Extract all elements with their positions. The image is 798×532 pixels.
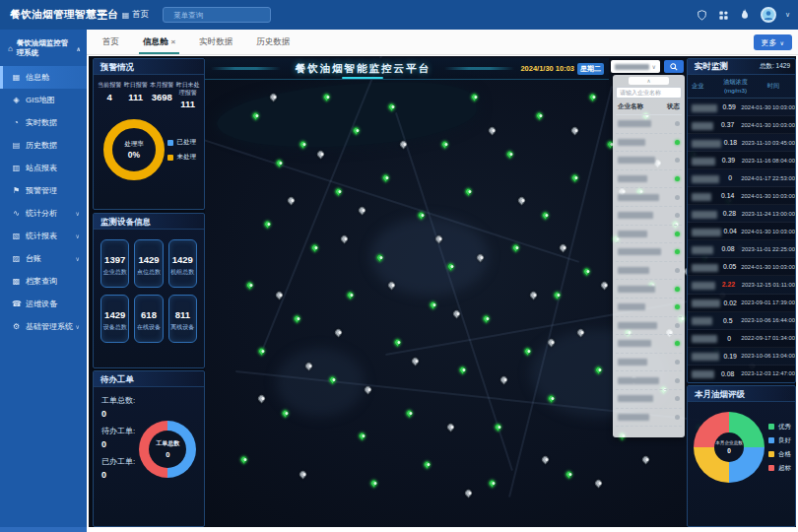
- map-marker-offline-icon[interactable]: [299, 469, 308, 479]
- map-marker-offline-icon[interactable]: [446, 422, 456, 432]
- map-marker-online-icon[interactable]: [275, 159, 285, 168]
- realtime-row[interactable]: 0.18 2023-11-10 03:45:00: [688, 134, 795, 152]
- map-marker-offline-icon[interactable]: [499, 375, 509, 385]
- map-marker-online-icon[interactable]: [299, 140, 308, 150]
- sidebar-item[interactable]: ∿ 统计分析 ∨: [0, 202, 87, 225]
- realtime-row[interactable]: 0.28 2023-11-24 13:00:00: [688, 205, 795, 223]
- realtime-row[interactable]: 2.22 2023-12-15 01:11:00: [688, 276, 795, 294]
- map-marker-offline-icon[interactable]: [340, 233, 350, 243]
- map-marker-online-icon[interactable]: [494, 422, 503, 432]
- realtime-row[interactable]: 0 2022-09-17 01:34:00: [688, 330, 795, 348]
- sidebar-item[interactable]: ▩ 档案查询: [0, 270, 87, 293]
- map-marker-online-icon[interactable]: [346, 291, 356, 300]
- company-list-item[interactable]: [616, 170, 682, 189]
- theme-icon[interactable]: [696, 9, 708, 22]
- map-marker-offline-icon[interactable]: [269, 93, 279, 102]
- home-breadcrumb[interactable]: ▦ 首页: [122, 9, 150, 21]
- map-marker-online-icon[interactable]: [488, 479, 498, 489]
- menu-search-input[interactable]: [171, 10, 271, 21]
- map-marker-online-icon[interactable]: [582, 267, 592, 277]
- map-marker-online-icon[interactable]: [381, 172, 391, 182]
- company-list-item[interactable]: [616, 299, 682, 317]
- realtime-row[interactable]: 0.37 2024-01-30 10:03:00: [688, 116, 795, 134]
- map-marker-online-icon[interactable]: [423, 460, 432, 470]
- company-list-item[interactable]: [616, 390, 682, 409]
- more-button[interactable]: 更多 ∨: [754, 34, 792, 50]
- map-marker-online-icon[interactable]: [547, 394, 557, 404]
- map-marker-online-icon[interactable]: [239, 455, 249, 465]
- map-marker-online-icon[interactable]: [257, 347, 267, 357]
- sidebar-system-header[interactable]: ⌂ 餐饮油烟监控管理系统 ∧: [0, 30, 87, 66]
- map-marker-online-icon[interactable]: [570, 172, 580, 182]
- map-marker-online-icon[interactable]: [594, 366, 604, 375]
- map-marker-offline-icon[interactable]: [452, 309, 462, 319]
- map-marker-online-icon[interactable]: [352, 125, 362, 135]
- map-marker-online-icon[interactable]: [565, 469, 574, 479]
- map-marker-offline-icon[interactable]: [387, 281, 397, 291]
- tab-close-icon[interactable]: ×: [171, 37, 176, 46]
- sidebar-item[interactable]: ◔ 实时数据: [0, 111, 87, 134]
- realtime-row[interactable]: 0.05 2024-01-30 10:03:00: [688, 258, 795, 276]
- map-marker-offline-icon[interactable]: [641, 455, 651, 465]
- company-list-item[interactable]: [616, 280, 682, 299]
- map-marker-online-icon[interactable]: [322, 93, 332, 102]
- map-marker-online-icon[interactable]: [464, 186, 474, 196]
- map-marker-offline-icon[interactable]: [364, 384, 373, 394]
- map-marker-online-icon[interactable]: [251, 111, 261, 121]
- map-marker-offline-icon[interactable]: [334, 328, 344, 338]
- map-marker-offline-icon[interactable]: [287, 196, 297, 206]
- map-marker-offline-icon[interactable]: [316, 149, 326, 159]
- map-marker-online-icon[interactable]: [535, 111, 545, 121]
- map-marker-online-icon[interactable]: [369, 479, 379, 489]
- map-marker-online-icon[interactable]: [293, 313, 302, 323]
- company-list-item[interactable]: [616, 354, 682, 372]
- sidebar-item[interactable]: ☎ 运维设备: [0, 293, 87, 315]
- map-marker-offline-icon[interactable]: [275, 291, 285, 300]
- apps-icon[interactable]: [717, 9, 730, 22]
- map-marker-offline-icon[interactable]: [257, 394, 267, 404]
- map-marker-offline-icon[interactable]: [570, 125, 580, 135]
- map-marker-offline-icon[interactable]: [411, 356, 421, 366]
- map-marker-offline-icon[interactable]: [576, 328, 586, 338]
- company-search-button[interactable]: [664, 60, 684, 73]
- company-select[interactable]: ∨: [611, 60, 660, 73]
- page-tab[interactable]: 历史数据: [244, 30, 301, 54]
- map-marker-online-icon[interactable]: [541, 210, 551, 220]
- map-marker-online-icon[interactable]: [429, 299, 438, 309]
- map-marker-online-icon[interactable]: [417, 210, 427, 220]
- company-list-item[interactable]: [616, 226, 682, 244]
- map-marker-online-icon[interactable]: [334, 186, 344, 196]
- realtime-row[interactable]: 0.08 2023-12-03 12:47:00: [688, 366, 795, 383]
- map-marker-online-icon[interactable]: [387, 101, 397, 111]
- realtime-row[interactable]: 0 2024-01-17 22:53:00: [688, 169, 795, 187]
- map-marker-offline-icon[interactable]: [434, 233, 444, 243]
- company-list-item[interactable]: [616, 188, 682, 207]
- page-tab[interactable]: 信息舱 ×: [131, 30, 187, 54]
- map-marker-offline-icon[interactable]: [464, 488, 474, 498]
- sidebar-scrollbar[interactable]: [0, 527, 87, 532]
- sidebar-item[interactable]: ⚑ 预警管理: [0, 179, 87, 202]
- company-list-item[interactable]: [616, 317, 682, 336]
- realtime-row[interactable]: 0.04 2024-01-30 10:03:00: [688, 223, 795, 240]
- realtime-row[interactable]: 0.08 2023-11-01 22:25:00: [688, 240, 795, 258]
- sidebar-item[interactable]: ▦ 信息舱: [0, 66, 87, 89]
- company-list-item[interactable]: [616, 335, 682, 354]
- map-marker-offline-icon[interactable]: [541, 455, 551, 465]
- map-marker-online-icon[interactable]: [458, 366, 468, 375]
- map-marker-offline-icon[interactable]: [517, 196, 527, 206]
- map-marker-online-icon[interactable]: [505, 149, 515, 159]
- realtime-row[interactable]: 0.19 2023-10-06 13:04:00: [688, 348, 795, 366]
- map-marker-online-icon[interactable]: [482, 313, 492, 323]
- flame-icon[interactable]: [739, 9, 752, 22]
- page-tab[interactable]: 首页: [91, 30, 131, 54]
- collapse-arrow-icon[interactable]: ∧: [629, 77, 670, 85]
- map-marker-online-icon[interactable]: [405, 408, 415, 418]
- company-list-item[interactable]: [616, 262, 682, 281]
- sidebar-item[interactable]: ⚙ 基础管理系统 ∨: [0, 315, 87, 338]
- map-marker-offline-icon[interactable]: [488, 125, 498, 135]
- company-list-item[interactable]: [616, 371, 682, 390]
- map-marker-offline-icon[interactable]: [304, 361, 314, 370]
- sidebar-item[interactable]: ▧ 统计报表 ∨: [0, 225, 87, 247]
- map-marker-online-icon[interactable]: [328, 375, 338, 385]
- map-marker-online-icon[interactable]: [310, 243, 320, 253]
